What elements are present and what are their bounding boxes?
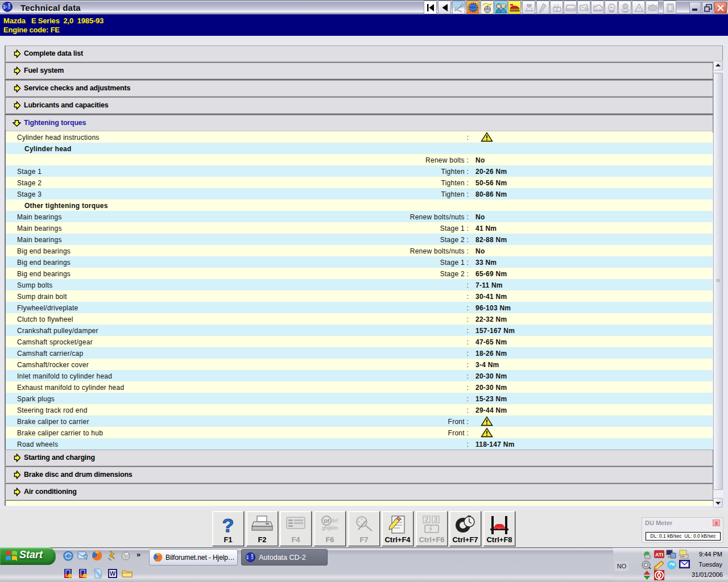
svg-text:2: 2 [425, 517, 428, 523]
svg-text:e: e [67, 552, 71, 560]
svg-text:Df: Df [324, 518, 329, 524]
svg-text:ATI: ATI [655, 552, 663, 558]
svg-text:3: 3 [434, 517, 437, 523]
svg-text:ghijklm: ghijklm [322, 525, 338, 531]
svg-text:▲: ▲ [638, 6, 640, 9]
svg-text:2 3: 2 3 [554, 4, 559, 7]
svg-text:?: ? [222, 515, 234, 535]
svg-text:def: def [331, 518, 338, 523]
svg-text:W: W [110, 570, 116, 577]
